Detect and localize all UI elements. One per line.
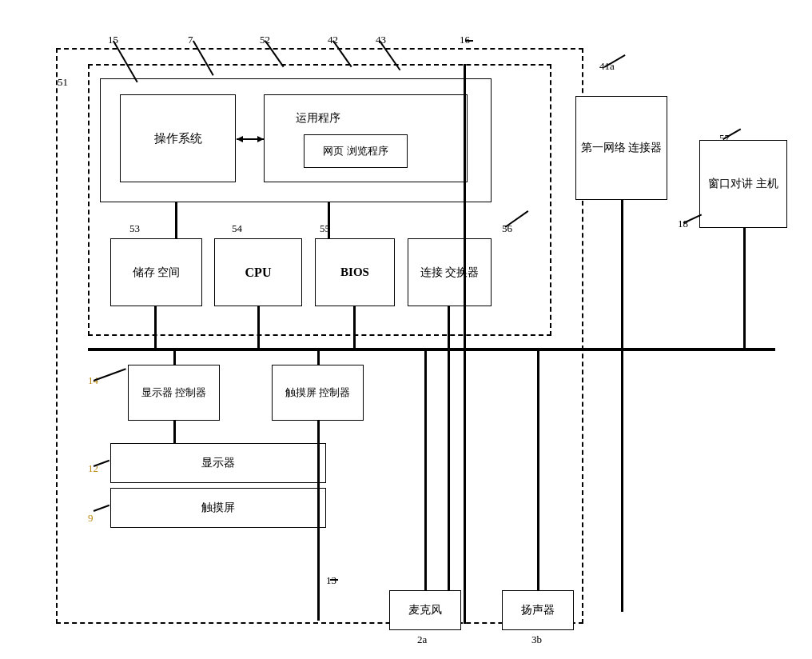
network-down-line [621,348,623,612]
cpu-label: CPU [245,266,272,280]
touch-ctrl-up-line [317,348,320,365]
os-box: 操作系统 [120,94,236,182]
ptr-13 [330,579,338,581]
speaker-box: 扬声器 [502,590,574,630]
main-bus-line [88,348,775,351]
switch-box: 连接 交换器 [408,238,492,306]
diagram: 51 15 7 52 42 43 16 41a 57 操作系统 运用程序 网页 … [16,16,796,643]
touchscreen-label: 触摸屏 [201,501,235,515]
label-13: 13 [326,574,336,587]
switch-down-line [448,348,450,612]
browser-box: 网页 浏览程序 [304,134,408,168]
speaker-up-line [537,348,539,590]
bios-label: BIOS [340,266,369,279]
display-ctrl-box: 显示器 控制器 [128,365,220,421]
network-v-line [621,200,623,349]
label-3b: 3b [531,633,542,646]
display-ctrl-label: 显示器 控制器 [141,385,206,400]
os-label: 操作系统 [154,131,202,146]
mic-label: 麦克风 [408,603,442,617]
touch-ctrl-down-line [317,421,320,621]
label-54: 54 [232,222,242,235]
intercom-box: 窗口对讲 主机 [699,140,787,228]
switch-label: 连接 交换器 [420,266,480,280]
disp-ctrl-up-line [173,348,176,365]
app-v-line [328,202,330,238]
display-label: 显示器 [201,456,235,470]
os-v-line [175,202,177,238]
display-box: 显示器 [110,443,326,483]
switch-v-line [448,306,450,349]
intercom-v-line [743,228,746,349]
line-16 [464,64,466,624]
cpu-box: CPU [214,238,302,306]
disp-ctrl-down-line [173,421,176,443]
bios-box: BIOS [315,238,395,306]
bios-v-line [353,306,356,349]
label-51: 51 [58,76,68,89]
ptr-16 [465,40,473,42]
browser-label: 网页 浏览程序 [323,144,388,158]
speaker-label: 扬声器 [521,603,555,617]
network-box: 第一网络 连接器 [575,96,667,200]
network-label: 第一网络 连接器 [581,141,663,155]
mic-up-line [424,348,427,590]
label-2a: 2a [417,633,427,646]
os-app-arrow [237,134,264,145]
storage-label: 储存 空间 [133,266,181,280]
touch-ctrl-label: 触摸屏 控制器 [285,385,350,400]
cpu-v-line [257,306,260,349]
storage-v-line [154,306,157,349]
label-18: 18 [678,218,688,230]
label-53: 53 [129,222,140,235]
touchscreen-box: 触摸屏 [110,488,326,528]
mic-box: 麦克风 [389,590,461,630]
label-7: 7 [188,34,193,46]
app-label: 运用程序 [296,111,340,126]
label-9: 9 [88,512,94,525]
intercom-label: 窗口对讲 主机 [708,177,778,191]
app-box: 运用程序 [272,102,364,134]
storage-box: 储存 空间 [110,238,202,306]
touch-ctrl-box: 触摸屏 控制器 [272,365,364,421]
